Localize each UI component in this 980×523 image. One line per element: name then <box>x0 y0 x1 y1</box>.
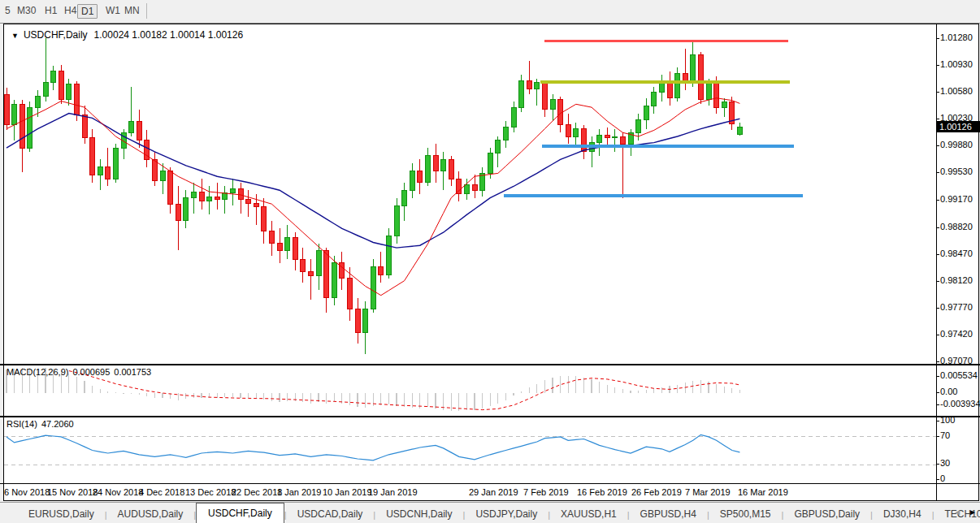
candle <box>363 301 368 354</box>
candle <box>457 171 462 202</box>
tab-audusd-daily[interactable]: AUDUSD,Daily <box>107 505 194 523</box>
tab-usdcnh-daily[interactable]: USDCNH,Daily <box>375 505 462 523</box>
candle <box>12 100 17 140</box>
candle <box>449 156 453 187</box>
macd-splitter[interactable] <box>0 364 980 365</box>
chart-ohlc-values: 1.00024 1.00182 1.00014 1.00126 <box>94 29 244 41</box>
date-axis-label: 13 Dec 2018 <box>185 487 236 497</box>
date-axis-label: 16 Mar 2019 <box>738 487 788 497</box>
candle <box>28 102 33 151</box>
candle <box>129 87 134 136</box>
price-chart-surface[interactable] <box>4 25 936 363</box>
candle <box>293 232 297 270</box>
tab-scroll-right-icon[interactable]: ► <box>969 508 977 517</box>
candle <box>176 186 180 249</box>
tab-eurusd-daily[interactable]: EURUSD,Daily <box>18 505 105 523</box>
rsi-panel-surface[interactable] <box>4 417 936 482</box>
candle <box>113 144 118 182</box>
candle <box>371 259 375 313</box>
timeframe-5[interactable]: 5 <box>2 4 14 17</box>
date-axis-label: 7 Mar 2019 <box>685 487 731 497</box>
price-tick <box>936 361 939 362</box>
candle <box>503 121 508 148</box>
toolbar-separator <box>146 3 147 19</box>
price-tick <box>936 65 939 66</box>
price-axis-label: 0.98470 <box>940 249 980 258</box>
rsi-tick <box>936 479 939 480</box>
tab-xauusd-h1[interactable]: XAUUSD,H1 <box>550 505 627 523</box>
candle <box>152 152 157 187</box>
rsi-label: RSI(14)47.2060 <box>7 419 78 429</box>
macd-tick <box>936 376 939 377</box>
candle <box>316 244 321 290</box>
candle <box>433 144 438 182</box>
timeframe-h1[interactable]: H1 <box>41 4 60 17</box>
date-axis-label: 6 Nov 2018 <box>4 487 50 497</box>
timeframe-d1[interactable]: D1 <box>77 4 98 19</box>
timeframe-m30[interactable]: M30 <box>14 4 39 17</box>
tab-dj30-h4[interactable]: DJ30,H4 <box>873 505 932 523</box>
macd-tick <box>936 392 939 393</box>
candle <box>613 129 618 152</box>
candle <box>730 97 735 131</box>
candle <box>51 66 56 90</box>
candle <box>519 75 524 111</box>
candle <box>589 136 594 167</box>
tab-usdchf-daily[interactable]: USDCHF,Daily <box>196 503 284 523</box>
candle <box>67 79 72 106</box>
candle <box>542 80 547 117</box>
candle <box>184 190 189 228</box>
rsi-tick <box>936 464 939 465</box>
price-axis-label: 0.99170 <box>940 194 980 204</box>
candle <box>652 87 657 114</box>
candle <box>215 183 219 210</box>
price-axis-label: 1.00580 <box>940 86 980 96</box>
candle <box>262 198 267 244</box>
candle <box>402 183 407 221</box>
price-tick <box>936 254 939 255</box>
candle <box>737 123 742 136</box>
rsi-splitter[interactable] <box>0 416 980 417</box>
rsi-axis-label: 0 <box>940 473 980 483</box>
candle <box>98 159 102 190</box>
price-tick <box>936 227 939 228</box>
price-tick <box>936 308 939 309</box>
candle <box>308 259 313 300</box>
date-axis-label: 15 Nov 2018 <box>47 487 98 497</box>
rsi-tick <box>936 421 939 421</box>
date-axis-label: 16 Feb 2019 <box>577 487 627 497</box>
candle <box>410 163 414 198</box>
candle <box>82 106 87 144</box>
candle <box>199 179 204 210</box>
candle <box>332 256 336 305</box>
candle <box>59 65 63 104</box>
tab-scroll-left-icon[interactable]: ◄ <box>953 508 961 517</box>
tab-gbpusd-daily[interactable]: GBPUSD,Daily <box>783 505 870 523</box>
timeframe-toolbar: 5M30H1H4D1W1MN <box>0 0 980 24</box>
rsi-tick <box>936 436 939 437</box>
candle <box>90 129 95 183</box>
timeframe-mn[interactable]: MN <box>121 4 143 17</box>
date-axis-label: 24 Nov 2018 <box>93 487 143 497</box>
price-tick <box>936 92 939 93</box>
tab-sp500-m15[interactable]: SP500,M15 <box>709 505 782 523</box>
candle <box>418 159 423 194</box>
candle <box>191 183 196 214</box>
price-axis-label: 0.97070 <box>940 356 980 365</box>
candle <box>566 114 570 145</box>
tab-usdcad-daily[interactable]: USDCAD,Daily <box>287 505 374 523</box>
candle <box>480 167 485 197</box>
chart-dropdown-icon[interactable]: ▼ <box>11 32 19 40</box>
date-axis-label: 7 Feb 2019 <box>523 487 569 497</box>
candle <box>230 179 235 205</box>
candle <box>160 163 165 194</box>
date-axis-label: 4 Dec 2018 <box>139 487 184 497</box>
price-axis-label: 0.98120 <box>940 275 980 285</box>
tab-gbpusd-h4[interactable]: GBPUSD,H4 <box>630 505 707 523</box>
candle <box>675 67 680 102</box>
tab-usdjpy-daily[interactable]: USDJPY,Daily <box>465 505 548 523</box>
rsi-axis-label: 100 <box>940 415 980 425</box>
candle <box>550 94 555 121</box>
candle <box>605 128 609 149</box>
price-tick <box>936 200 939 201</box>
